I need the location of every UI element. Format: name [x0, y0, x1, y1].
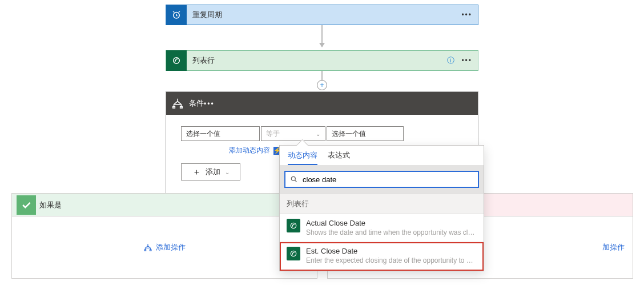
condition-right-placeholder: 选择一个值	[332, 129, 366, 139]
node-list-rows[interactable]: 列表行 ⓘ •••	[166, 50, 478, 71]
dataverse-icon	[287, 247, 300, 260]
branch-yes-add-action[interactable]: 添加操作	[143, 242, 186, 252]
condition-header[interactable]: 条件 •••	[166, 92, 478, 115]
dataverse-icon	[166, 50, 187, 71]
branch-no-add-action-label: 加操作	[602, 242, 625, 252]
branch-yes-add-action-label: 添加操作	[156, 242, 186, 252]
condition-title: 条件	[189, 98, 204, 109]
branch-yes-header[interactable]: 如果是	[12, 194, 317, 216]
add-dynamic-content-link[interactable]: 添加动态内容	[229, 146, 270, 155]
alarm-clock-icon	[166, 5, 187, 25]
condition-menu[interactable]: •••	[204, 100, 215, 108]
flyout-item-desc: Shows the date and time when the opportu…	[306, 228, 477, 238]
connector-arrow	[321, 25, 323, 47]
node-recurrence-title: 重复周期	[187, 10, 461, 20]
condition-left-value[interactable]: 选择一个值	[181, 126, 260, 141]
condition-icon	[166, 92, 189, 115]
chevron-down-icon: ⌄	[225, 169, 230, 175]
svg-point-8	[291, 251, 296, 256]
tab-dynamic-content[interactable]: 动态内容	[288, 150, 317, 165]
svg-point-7	[291, 223, 296, 228]
node-list-rows-title: 列表行	[187, 55, 447, 66]
branch-if-yes: 如果是 添加操作	[11, 193, 317, 279]
node-recurrence-menu[interactable]: •••	[461, 11, 472, 18]
node-list-rows-menu[interactable]: •••	[461, 57, 472, 64]
branch-no-add-action[interactable]: 加操作	[602, 242, 633, 252]
branch-yes-title: 如果是	[36, 200, 62, 210]
flyout-item-label: Actual Close Date	[306, 219, 477, 228]
dataverse-icon	[287, 219, 300, 232]
condition-right-value[interactable]: 选择一个值	[327, 126, 404, 141]
tab-expression[interactable]: 表达式	[328, 150, 350, 165]
svg-point-6	[291, 176, 295, 180]
svg-point-1	[174, 58, 180, 64]
node-recurrence[interactable]: 重复周期 •••	[166, 5, 478, 25]
flyout-item-label: Est. Close Date	[306, 247, 477, 256]
condition-operator-label: 等于	[266, 129, 280, 139]
flyout-search[interactable]	[284, 171, 479, 188]
check-icon	[17, 195, 36, 215]
help-icon[interactable]: ⓘ	[447, 55, 454, 66]
condition-operator-dropdown[interactable]: 等于 ⌄	[261, 126, 325, 141]
chevron-down-icon: ⌄	[316, 131, 320, 137]
add-action-icon	[143, 243, 152, 252]
search-icon	[290, 175, 298, 183]
insert-step-button[interactable]: +	[317, 80, 327, 90]
plus-icon: ＋	[192, 167, 201, 178]
dynamic-content-flyout: 动态内容 表达式 列表行 Actual Close Date Shows the…	[279, 145, 484, 271]
flyout-item-est-close-date[interactable]: Est. Close Date Enter the expected closi…	[280, 242, 484, 270]
flyout-section-header: 列表行	[280, 194, 484, 214]
condition-add-label: 添加	[206, 167, 220, 177]
flyout-item-desc: Enter the expected closing date of the o…	[306, 256, 477, 266]
condition-add-group-button[interactable]: ＋ 添加 ⌄	[181, 163, 240, 180]
condition-left-placeholder: 选择一个值	[186, 129, 220, 139]
flyout-search-input[interactable]	[303, 175, 473, 184]
flyout-item-actual-close-date[interactable]: Actual Close Date Shows the date and tim…	[280, 214, 484, 242]
